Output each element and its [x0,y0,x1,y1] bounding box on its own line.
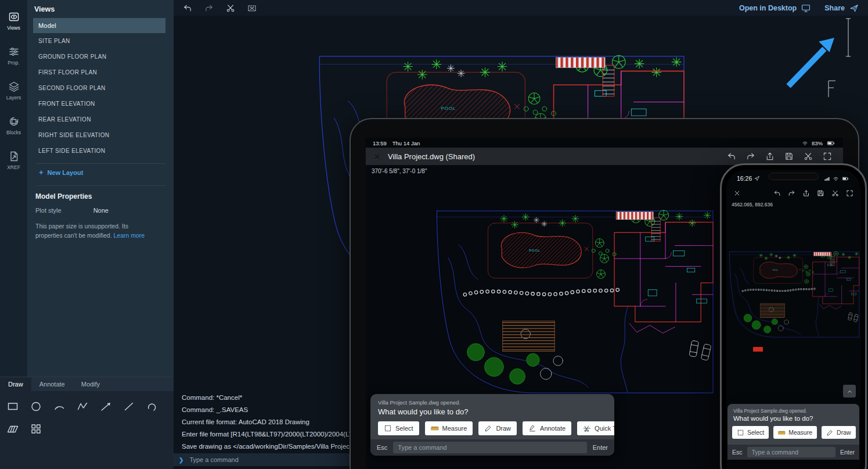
esc-key[interactable]: Esc [377,444,387,451]
circle-tool-button[interactable] [28,398,44,414]
redo-button[interactable] [203,2,215,14]
battery-icon [826,139,836,147]
rail-label: Blocks [6,130,21,135]
redo-icon[interactable] [788,189,795,197]
quick-trim-button[interactable]: Quick Trim [577,421,614,435]
view-item-site-plan[interactable]: SITE PLAN [33,34,165,49]
draw-button[interactable]: Draw [822,426,856,439]
measure-button[interactable]: Measure [425,421,473,435]
view-item-right-side-elevation[interactable]: RIGHT SIDE ELEVATION [33,128,165,143]
new-layout-label: New Layout [48,169,84,176]
esc-key[interactable]: Esc [732,449,743,456]
view-item-first-floor-plan[interactable]: FIRST FLOOR PLAN [33,65,165,80]
view-item-ground-floor-plan[interactable]: GROUND FLOOR PLAN [33,49,165,65]
phone-command-input[interactable] [747,447,835,457]
redo-icon [204,3,214,13]
trim-window-button[interactable] [246,2,258,14]
hatch-tool-button[interactable] [5,421,20,436]
select-icon [384,424,392,432]
share-button[interactable]: Share [824,3,859,13]
tablet-battery-percent: 83% [812,140,823,146]
quick-trim-icon [583,424,591,432]
undo-icon[interactable] [773,189,781,197]
learn-more-link[interactable]: Learn more [114,232,145,239]
expand-panel-button[interactable] [843,385,856,398]
phone-mockup: 16:26 456 [720,163,867,469]
new-layout-button[interactable]: + New Layout [27,164,174,181]
cut-icon[interactable] [831,189,839,197]
close-icon[interactable] [733,189,741,197]
rail-item-xref[interactable]: XREF [0,143,27,178]
select-button[interactable]: Select [732,426,769,439]
redo-icon[interactable] [746,152,755,161]
select-icon [737,429,744,436]
export-icon[interactable] [765,152,775,161]
phone-cad-canvas[interactable]: Villa Project Sample.dwg opened. What wo… [726,207,860,469]
array-tool-button[interactable] [28,421,44,436]
tab-modify[interactable]: Modify [73,377,108,391]
expand-icon[interactable] [846,189,853,197]
export-icon[interactable] [802,189,810,197]
annotate-button[interactable]: Annotate [523,421,571,435]
tablet-command-input[interactable] [393,442,586,453]
select-button[interactable]: Select [378,421,419,435]
rail-label: XREF [7,164,20,170]
view-item-second-floor-plan[interactable]: SECOND FLOOR PLAN [33,81,165,96]
arc-tool-icon [53,400,65,412]
rail-label: Layers [6,95,21,101]
cut-icon[interactable] [804,152,813,161]
undo-icon[interactable] [727,152,736,161]
view-item-rear-elevation[interactable]: REAR ELEVATION [33,112,165,127]
paper-size-warning: This paper size is unsupported. Its prop… [27,218,161,244]
command-line: Enter file format [R14(LT98&LT97)/2000(L… [182,428,374,441]
annotation-arrow [778,28,843,93]
measure-icon [431,424,439,432]
annotate-label: Annotate [540,425,566,432]
circle-tool-icon [30,400,42,412]
enter-key[interactable]: Enter [593,444,608,451]
views-icon [8,11,20,23]
views-panel: Views Model SITE PLAN GROUND FLOOR PLAN … [27,0,174,377]
draw-label: Draw [837,429,851,436]
close-icon[interactable] [373,153,381,160]
curve-tool-button[interactable] [144,398,160,414]
draw-label: Draw [496,425,511,432]
expand-icon[interactable] [823,152,832,161]
rectangle-tool-button[interactable] [5,398,20,414]
open-in-desktop-button[interactable]: Open in Desktop [739,3,811,13]
rail-label: Prop. [8,60,19,66]
dimension-tool-button[interactable] [98,398,113,414]
arc-tool-button[interactable] [51,398,67,414]
draw-button[interactable]: Draw [478,421,517,435]
toast-question-text: What would you like to do? [370,406,614,416]
view-item-front-elevation[interactable]: FRONT ELEVATION [33,96,165,112]
blocks-icon [8,116,20,127]
undo-button[interactable] [181,2,194,14]
select-label: Select [747,429,764,436]
trim-button[interactable] [224,2,237,14]
plus-icon: + [39,168,44,177]
line-tool-button[interactable] [121,398,136,414]
rail-item-properties[interactable]: Prop. [0,38,27,73]
command-input[interactable] [188,456,366,464]
save-icon[interactable] [784,152,794,161]
monitor-icon [801,3,811,13]
enter-key[interactable]: Enter [840,449,855,456]
measure-button[interactable]: Measure [773,426,817,439]
toast-button-row: Select Measure Draw Annotate [370,416,614,435]
view-item-model[interactable]: Model [33,18,165,33]
polyline-tool-button[interactable] [74,398,90,414]
tab-draw[interactable]: Draw [0,377,31,391]
draw-pencil-icon [484,424,492,432]
save-icon[interactable] [817,189,824,197]
tab-annotate[interactable]: Annotate [31,377,73,391]
chevron-up-icon [846,388,853,395]
rail-item-layers[interactable]: Layers [0,73,27,108]
view-item-left-side-elevation[interactable]: LEFT SIDE ELEVATION [33,144,165,159]
line-tool-icon [123,400,135,412]
toast-opened-text: Villa Project Sample.dwg opened. [727,404,859,414]
plot-style-value: None [93,207,109,214]
rail-item-blocks[interactable]: Blocks [0,108,27,143]
hatch-tool-icon [7,423,19,435]
rail-item-views[interactable]: Views [0,3,27,38]
